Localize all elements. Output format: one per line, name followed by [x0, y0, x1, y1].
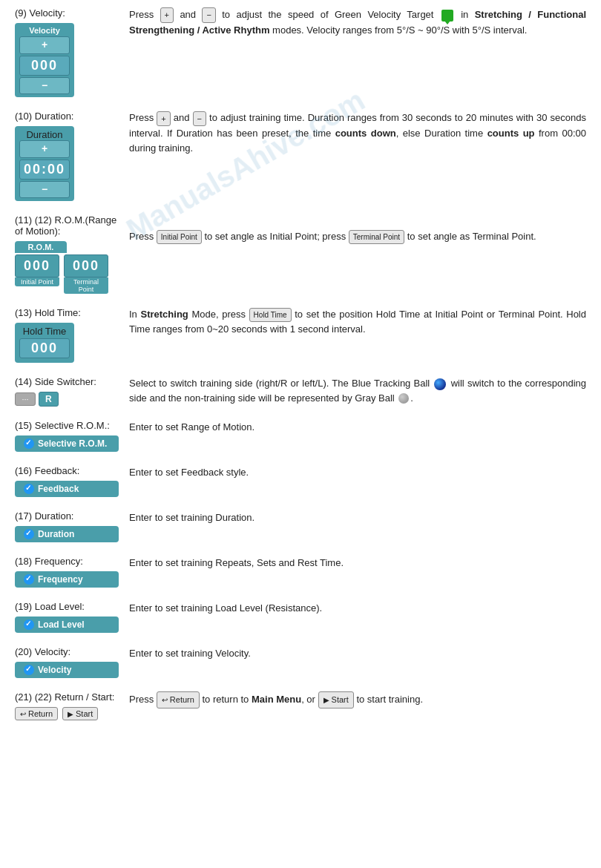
return-btn[interactable]: ↩ Return	[15, 707, 58, 720]
return-icon: ↩	[20, 710, 26, 718]
section-19-title: (19) Load Level:	[15, 601, 119, 612]
selective-rom-btn[interactable]: Selective R.O.M.	[15, 435, 119, 452]
start-btn[interactable]: ▶ Start	[62, 707, 98, 720]
side-left-btn[interactable]: ···	[15, 392, 36, 406]
frequency-widget-col: (18) Frequency: Frequency	[15, 556, 119, 588]
rom-displays: 000 Initial Point 000 Terminal Point	[15, 254, 108, 294]
duration-plus-btn[interactable]: +	[19, 140, 70, 158]
section-11-12-desc: Press Initial Point to set angle as Init…	[129, 214, 586, 244]
duration-menu-label: Duration	[38, 529, 74, 539]
velocity-widget-col: (9) Velocity: Velocity + 000 −	[15, 7, 119, 97]
frequency-label: Frequency	[38, 574, 83, 585]
velocity-menu-btn[interactable]: Velocity	[15, 662, 119, 678]
plus-btn-inline[interactable]: +	[160, 7, 174, 23]
frequency-check-icon	[24, 574, 34, 585]
side-switcher-widget: ··· R	[15, 392, 119, 407]
rom-terminal-label: Terminal Point	[64, 277, 108, 294]
duration-minus-inline[interactable]: −	[193, 111, 206, 127]
section-20-desc: Enter to set training Velocity.	[129, 646, 586, 661]
velocity-minus-btn[interactable]: −	[19, 77, 70, 95]
rom-widget: R.O.M. 000 Initial Point 000 Terminal Po…	[15, 241, 119, 294]
holdtime-widget-col: (13) Hold Time: Hold Time 000	[15, 307, 119, 363]
rom-terminal-box: 000 Terminal Point	[64, 254, 108, 294]
start-label-inline: Start	[332, 694, 349, 706]
section-13-title: (13) Hold Time:	[15, 307, 119, 318]
section-15: (15) Selective R.O.M.: Selective R.O.M. …	[15, 420, 586, 452]
selective-rom-label: Selective R.O.M.	[38, 438, 107, 449]
section-16: (16) Feedback: Feedback Enter to set Fee…	[15, 465, 586, 497]
minus-btn-inline[interactable]: −	[202, 7, 215, 23]
section-16-desc: Enter to set Feedback style.	[129, 465, 586, 480]
section-14: (14) Side Switcher: ··· R Select to swit…	[15, 376, 586, 407]
blue-ball-icon	[434, 378, 446, 390]
section-11-12: (11) (12) R.O.M.(Range of Motion): R.O.M…	[15, 214, 586, 294]
section-14-title: (14) Side Switcher:	[15, 376, 119, 387]
section-18: (18) Frequency: Frequency Enter to set t…	[15, 556, 586, 588]
loadlevel-label: Load Level	[38, 619, 85, 630]
start-icon-inline: ▶	[324, 694, 329, 706]
section-15-desc: Enter to set Range of Motion.	[129, 420, 586, 435]
selective-rom-check-icon	[24, 438, 34, 449]
section-19: (19) Load Level: Load Level Enter to set…	[15, 601, 586, 633]
duration-display: 00:00	[19, 160, 70, 180]
rom-initial-box: 000 Initial Point	[15, 254, 59, 294]
terminal-point-btn-inline[interactable]: Terminal Point	[349, 230, 404, 244]
velocity-display: 000	[19, 56, 70, 76]
holdtime-label: Hold Time	[19, 326, 70, 337]
section-20-title: (20) Velocity:	[15, 646, 119, 657]
rom-terminal-display: 000	[64, 254, 108, 277]
section-21-22: (21) (22) Return / Start: ↩ Return ▶ Sta…	[15, 691, 586, 720]
return-label-inline: Return	[170, 694, 194, 706]
section-11-12-title: (11) (12) R.O.M.(Range of Motion):	[15, 214, 119, 237]
initial-point-btn-inline[interactable]: Initial Point	[157, 230, 202, 244]
section-18-title: (18) Frequency:	[15, 556, 119, 567]
section-19-desc: Enter to set training Load Level (Resist…	[129, 601, 586, 616]
section-13-desc: In Stretching Mode, press Hold Time to s…	[129, 307, 586, 337]
section-10-desc: Press + and − to adjust training time. D…	[129, 111, 586, 155]
section-13: (13) Hold Time: Hold Time 000 In Stretch…	[15, 307, 586, 363]
duration-menu-widget-col: (17) Duration: Duration	[15, 510, 119, 542]
velocity-widget: Velocity + 000 −	[15, 23, 74, 97]
duration-label: Duration	[19, 129, 70, 140]
selective-rom-widget-col: (15) Selective R.O.M.: Selective R.O.M.	[15, 420, 119, 452]
duration-plus-inline[interactable]: +	[157, 111, 170, 127]
feedback-check-icon	[24, 484, 34, 494]
feedback-btn[interactable]: Feedback	[15, 481, 119, 497]
duration-widget-col: (10) Duration: Duration + 00:00 −	[15, 111, 119, 201]
side-right-btn[interactable]: R	[39, 392, 59, 407]
return-label: Return	[28, 709, 53, 718]
holdtime-display: 000	[19, 338, 70, 358]
holdtime-btn-inline[interactable]: Hold Time	[249, 308, 292, 322]
section-16-title: (16) Feedback:	[15, 465, 119, 476]
section-14-desc: Select to switch training side (right/R …	[129, 376, 586, 405]
return-icon-inline: ↩	[162, 694, 168, 706]
sideswitcher-widget-col: (14) Side Switcher: ··· R	[15, 376, 119, 407]
velocity-plus-btn[interactable]: +	[19, 36, 70, 54]
gray-ball-icon	[398, 393, 409, 404]
section-9-title: (9) Velocity:	[15, 7, 119, 19]
section-10: (10) Duration: Duration + 00:00 − Press …	[15, 111, 586, 201]
feedback-label: Feedback	[38, 484, 79, 494]
section-21-22-desc: Press ↩Return to return to Main Menu, or…	[129, 691, 586, 708]
start-label: Start	[76, 709, 93, 718]
rom-widget-col: (11) (12) R.O.M.(Range of Motion): R.O.M…	[15, 214, 119, 294]
section-9: (9) Velocity: Velocity + 000 − Press + a…	[15, 7, 586, 97]
section-18-desc: Enter to set training Repeats, Sets and …	[129, 556, 586, 571]
velocity-menu-check-icon	[24, 665, 34, 675]
returnstart-widget-col: (21) (22) Return / Start: ↩ Return ▶ Sta…	[15, 691, 119, 720]
duration-menu-check-icon	[24, 529, 34, 539]
section-17: (17) Duration: Duration Enter to set tra…	[15, 510, 586, 542]
section-17-desc: Enter to set training Duration.	[129, 510, 586, 525]
frequency-btn[interactable]: Frequency	[15, 571, 119, 588]
start-btn-inline[interactable]: ▶Start	[318, 691, 354, 708]
section-17-title: (17) Duration:	[15, 510, 119, 522]
return-btn-inline[interactable]: ↩Return	[157, 691, 200, 708]
loadlevel-btn[interactable]: Load Level	[15, 617, 119, 633]
velocity-menu-widget-col: (20) Velocity: Velocity	[15, 646, 119, 678]
duration-minus-btn[interactable]: −	[19, 181, 70, 199]
start-icon: ▶	[68, 710, 73, 718]
rom-initial-display: 000	[15, 254, 59, 277]
section-20: (20) Velocity: Velocity Enter to set tra…	[15, 646, 586, 678]
duration-menu-btn[interactable]: Duration	[15, 526, 119, 542]
loadlevel-widget-col: (19) Load Level: Load Level	[15, 601, 119, 633]
